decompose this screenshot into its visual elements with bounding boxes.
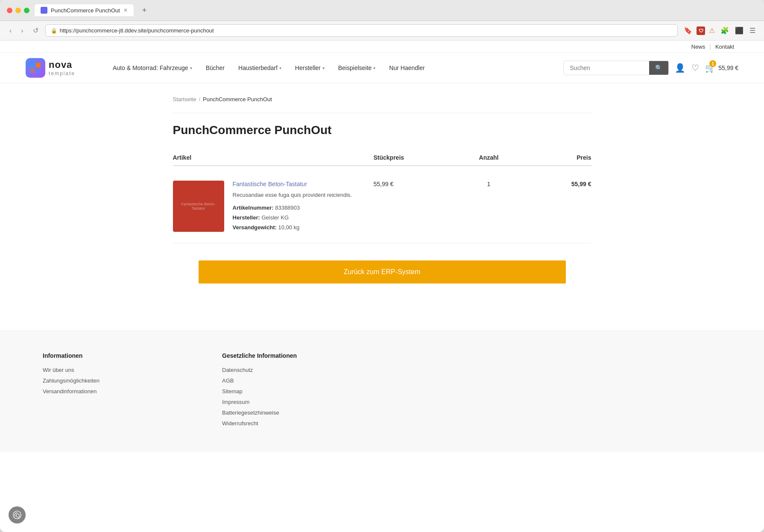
product-name-link[interactable]: Fantastische Beton-Tastatur — [233, 181, 374, 187]
col-anzahl: Anzahl — [451, 154, 527, 161]
nav-nur-haendler[interactable]: Nur Haendler — [383, 61, 430, 75]
footer-batteriegesetz[interactable]: Batteriegesetzhinweise — [222, 409, 384, 416]
footer-sitemap[interactable]: Sitemap — [222, 388, 384, 395]
product-stueckpreis: 55,99 € — [374, 181, 451, 187]
bookmark-button[interactable]: 🔖 — [682, 25, 694, 36]
screenshot-button[interactable]: ⬛ — [733, 25, 745, 36]
product-total-price: 55,99 € — [527, 181, 591, 187]
footer-versandinformationen[interactable]: Versandinformationen — [43, 388, 205, 395]
forward-button[interactable]: › — [18, 25, 26, 36]
logo-template: template — [49, 70, 75, 76]
tab-title: PunchCommerce PunchOut — [51, 7, 120, 14]
nav-auto-motorrad[interactable]: Auto & Motorrad: Fahrzeuge ▾ — [107, 61, 198, 75]
site-wrapper: News | Kontakt nova template — [0, 41, 764, 452]
extensions-button[interactable]: 🧩 — [719, 25, 731, 36]
header-right: 🔍 👤 ♡ 🛒 1 55,99 € — [563, 61, 738, 75]
svg-rect-1 — [36, 63, 41, 67]
order-row: Fantastische Beton-Tastatur Fantastische… — [173, 170, 591, 243]
footer-agb[interactable]: AGB — [222, 377, 384, 384]
maximize-dot[interactable] — [24, 8, 29, 13]
minimize-dot[interactable] — [15, 8, 21, 13]
new-tab-button[interactable]: + — [139, 5, 150, 16]
product-image-text: Fantastische Beton-Tastatur — [173, 200, 224, 212]
footer-widerrufsrecht[interactable]: Widerrufsrecht — [222, 420, 384, 427]
breadcrumb-separator: / — [199, 96, 200, 102]
close-dot[interactable] — [7, 8, 12, 13]
warning-icon: ⚠ — [708, 26, 716, 35]
logo-nova: nova — [49, 59, 75, 70]
logo-area[interactable]: nova template — [26, 58, 94, 78]
product-meta: Artikelnummer: 83388903 Hersteller: Geis… — [233, 203, 374, 233]
browser-dots — [7, 8, 29, 13]
chevron-down-icon: ▾ — [279, 66, 281, 70]
nav-hersteller[interactable]: Hersteller ▾ — [289, 61, 331, 75]
main-nav: Auto & Motorrad: Fahrzeuge ▾ Bücher Haus… — [107, 61, 550, 75]
logo-text: nova template — [49, 59, 75, 76]
refresh-button[interactable]: ↺ — [30, 25, 41, 36]
nav-haustierbedarf[interactable]: Haustierbedarf ▾ — [232, 61, 287, 75]
logo-icon — [26, 58, 45, 78]
svg-rect-0 — [30, 63, 35, 67]
svg-rect-3 — [36, 68, 41, 73]
breadcrumb-current: PunchCommerce PunchOut — [203, 96, 272, 102]
product-hersteller: Hersteller: Geisler KG — [233, 213, 374, 222]
top-bar: News | Kontakt — [0, 41, 764, 53]
breadcrumb-home[interactable]: Startseite — [173, 96, 196, 102]
browser-window: PunchCommerce PunchOut ✕ + ‹ › ↺ 🔒 https… — [0, 0, 764, 532]
footer-informationen-title: Informationen — [43, 352, 205, 359]
footer-zahlungsmoeglichkeiten[interactable]: Zahlungsmöglichkeiten — [43, 377, 205, 384]
product-anzahl: 1 — [451, 181, 527, 187]
product-description: Recusandae esse fuga quis provident reic… — [233, 191, 374, 199]
order-table-header: Artikel Stückpreis Anzahl Preis — [173, 150, 591, 166]
cart-badge: 1 — [709, 60, 716, 67]
footer-gesetzliche: Gesetzliche Informationen Datenschutz AG… — [222, 352, 384, 431]
footer-wir-ueber-uns[interactable]: Wir über uns — [43, 367, 205, 373]
cart-wrapper[interactable]: 🛒 1 55,99 € — [705, 63, 738, 73]
wishlist-icon[interactable]: ♡ — [691, 63, 699, 73]
search-input[interactable] — [564, 61, 649, 75]
address-bar[interactable]: 🔒 https://punchcommerce-jtl.ddev.site/pu… — [45, 24, 678, 37]
product-image: Fantastische Beton-Tastatur — [173, 181, 224, 232]
back-button[interactable]: ‹ — [7, 25, 14, 36]
url-text: https://punchcommerce-jtl.ddev.site/punc… — [60, 27, 672, 34]
browser-titlebar: PunchCommerce PunchOut ✕ + — [0, 0, 764, 21]
search-bar: 🔍 — [563, 61, 669, 75]
footer-gesetzliche-title: Gesetzliche Informationen — [222, 352, 384, 359]
main-content: Startseite / PunchCommerce PunchOut Punc… — [147, 83, 617, 313]
product-info: Fantastische Beton-Tastatur Recusandae e… — [233, 181, 374, 233]
erp-back-button[interactable]: Zurück zum ERP-System — [199, 260, 566, 284]
footer-impressum[interactable]: Impressum — [222, 399, 384, 405]
browser-controls: ‹ › ↺ 🔒 https://punchcommerce-jtl.ddev.s… — [0, 21, 764, 41]
lock-icon: 🔒 — [51, 28, 57, 34]
breadcrumb: Startseite / PunchCommerce PunchOut — [173, 96, 591, 102]
nav-beispielseite[interactable]: Beispielseite ▾ — [332, 61, 382, 75]
fingerprint-overlay — [9, 506, 26, 523]
chevron-down-icon: ▾ — [190, 66, 192, 70]
tab-favicon — [41, 7, 47, 14]
browser-tab[interactable]: PunchCommerce PunchOut ✕ — [35, 4, 134, 16]
footer-datenschutz[interactable]: Datenschutz — [222, 367, 384, 373]
col-artikel: Artikel — [173, 154, 374, 161]
col-stueckpreis: Stückpreis — [374, 154, 451, 161]
product-cell: Fantastische Beton-Tastatur Fantastische… — [173, 181, 374, 233]
footer-informationen: Informationen Wir über uns Zahlungsmögli… — [43, 352, 205, 431]
site-footer: Informationen Wir über uns Zahlungsmögli… — [0, 330, 764, 452]
svg-rect-2 — [30, 68, 35, 73]
nav-buecher[interactable]: Bücher — [200, 61, 231, 75]
site-header: nova template Auto & Motorrad: Fahrzeuge… — [0, 53, 764, 83]
product-versandgewicht: Versandgewicht: 10,00 kg — [233, 222, 374, 232]
tab-close-button[interactable]: ✕ — [123, 7, 128, 13]
account-icon[interactable]: 👤 — [675, 63, 685, 73]
kontakt-link[interactable]: Kontakt — [711, 44, 738, 50]
menu-button[interactable]: ☰ — [748, 25, 757, 36]
chevron-down-icon: ▾ — [322, 66, 325, 70]
brave-shield-icon: 🛡 — [697, 26, 705, 35]
cart-price: 55,99 € — [718, 64, 738, 71]
product-artikelnummer: Artikelnummer: 83388903 — [233, 203, 374, 213]
search-button[interactable]: 🔍 — [649, 61, 668, 75]
chevron-down-icon: ▾ — [373, 66, 375, 70]
footer-grid: Informationen Wir über uns Zahlungsmögli… — [43, 352, 384, 431]
news-link[interactable]: News — [687, 44, 710, 50]
page-title: PunchCommerce PunchOut — [173, 123, 591, 137]
browser-toolbar-right: 🔖 🛡 ⚠ 🧩 ⬛ ☰ — [682, 25, 757, 36]
